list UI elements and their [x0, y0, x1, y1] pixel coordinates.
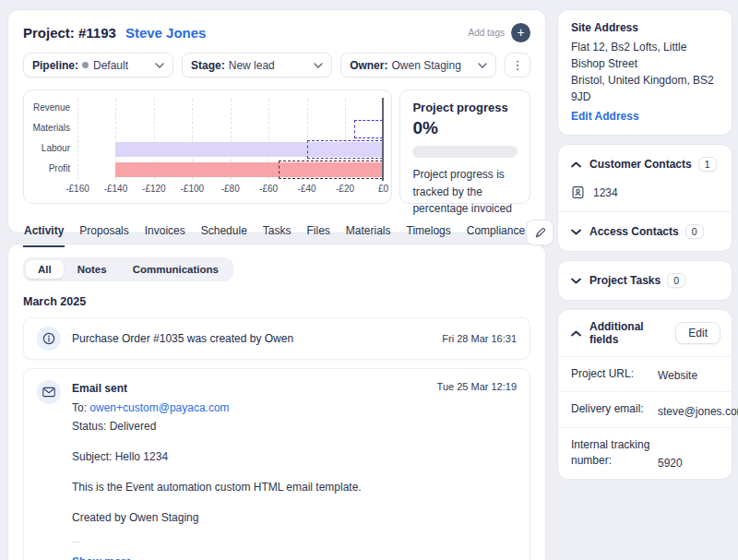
additional-field-row: Project URL:Website	[558, 356, 732, 391]
truncation-marker: ...	[72, 531, 517, 547]
show-more-link[interactable]: Show more	[72, 554, 132, 560]
title-row: Project: #1193 Steve Jones Add tags +	[23, 23, 530, 42]
tab-activity[interactable]: Activity	[23, 219, 65, 247]
dropdown-row: Pipeline: Default Stage: New lead Owner:…	[23, 53, 530, 77]
pipeline-dropdown[interactable]: Pipeline: Default	[23, 53, 173, 77]
tab-timelogs[interactable]: Timelogs	[406, 219, 452, 245]
contact-row[interactable]: 1234	[558, 184, 732, 211]
x-tick-label: -£80	[221, 184, 240, 194]
feed-event-text: Purchase Order #1035 was created by Owen	[72, 332, 293, 345]
additional-fields-label: Additional fields	[589, 320, 675, 346]
bar-materials-estimated	[354, 120, 383, 138]
additional-field-row: Delivery email:steve@jones.com	[558, 391, 732, 426]
chart-category-label: Revenue	[24, 102, 70, 113]
pencil-icon	[533, 226, 547, 240]
customer-contacts-label: Customer Contacts	[589, 158, 692, 171]
feed-timestamp: Tue 25 Mar 12:19	[437, 381, 517, 392]
envelope-icon	[37, 380, 61, 404]
pipeline-status-dot	[82, 62, 89, 68]
additional-field-row: Internal tracking number:5920	[558, 427, 732, 479]
site-address-line1: Flat 12, Bs2 Lofts, Little Bishop Street	[571, 39, 719, 72]
stage-dropdown[interactable]: Stage: New lead	[182, 53, 332, 77]
kebab-menu-button[interactable]: ⋮	[505, 53, 530, 77]
project-tasks-count: 0	[667, 273, 685, 288]
tags-area: Add tags +	[469, 23, 530, 42]
zero-axis-line	[382, 98, 384, 181]
progress-title: Project progress	[412, 101, 518, 114]
project-tabs: ActivityProposalsInvoicesScheduleTasksFi…	[23, 219, 526, 247]
tab-tasks[interactable]: Tasks	[262, 219, 292, 245]
tab-materials[interactable]: Materials	[345, 219, 392, 245]
x-tick-label: -£120	[142, 184, 166, 194]
tab-files[interactable]: Files	[306, 219, 331, 245]
chevron-down-icon	[571, 278, 581, 284]
feed-filter-pills: AllNotesCommunications	[23, 257, 233, 281]
activity-feed-card: AllNotesCommunications March 2025 Purcha…	[7, 244, 546, 560]
edit-button[interactable]	[526, 220, 554, 245]
email-to-line: To: owen+custom@payaca.com	[72, 399, 517, 416]
email-subject-line: Subject: Hello 1234	[72, 448, 517, 465]
x-tick-label: £0	[378, 184, 388, 194]
tab-invoices[interactable]: Invoices	[144, 219, 186, 245]
field-label: Project URL:	[571, 366, 658, 382]
add-tag-button[interactable]: +	[511, 23, 530, 42]
gridline	[77, 99, 78, 180]
customer-contacts-header[interactable]: Customer Contacts 1	[558, 145, 732, 184]
project-tasks-header[interactable]: Project Tasks 0	[558, 261, 732, 300]
access-contacts-header[interactable]: Access Contacts 0	[558, 212, 732, 251]
financials-chart: RevenueMaterialsLabourProfit -£160-£140-…	[23, 89, 392, 204]
edit-fields-button[interactable]: Edit	[675, 322, 720, 344]
progress-bar	[412, 146, 518, 158]
page-title: Project: #1193	[23, 25, 116, 41]
chart-category-label: Materials	[24, 123, 70, 133]
contacts-card: Customer Contacts 1 1234 Access Contacts…	[557, 144, 732, 252]
contact-card-icon	[571, 185, 585, 199]
chevron-down-icon	[571, 229, 581, 235]
filter-pill-all[interactable]: All	[26, 260, 64, 279]
project-tasks-label: Project Tasks	[589, 274, 661, 287]
chevron-up-icon	[571, 330, 581, 337]
chart-plot-area	[77, 99, 383, 180]
owner-dropdown[interactable]: Owner: Owen Staging	[340, 53, 496, 77]
project-header-card: Project: #1193 Steve Jones Add tags + Pi…	[7, 9, 546, 233]
x-tick-label: -£60	[259, 184, 278, 194]
add-tags-label: Add tags	[469, 28, 505, 38]
stage-value: New lead	[229, 59, 275, 72]
filter-pill-notes[interactable]: Notes	[65, 260, 119, 279]
panels-row: RevenueMaterialsLabourProfit -£160-£140-…	[23, 89, 530, 204]
main-column: Project: #1193 Steve Jones Add tags + Pi…	[7, 9, 546, 560]
access-contacts-label: Access Contacts	[589, 225, 679, 238]
feed-list: Purchase Order #1035 was created by Owen…	[23, 317, 530, 560]
email-recipient-link[interactable]: owen+custom@payaca.com	[89, 401, 229, 414]
owner-value: Owen Staging	[391, 59, 460, 72]
customer-contacts-count: 1	[698, 157, 717, 172]
x-tick-label: -£100	[180, 184, 204, 194]
field-value-link[interactable]: Website	[658, 369, 697, 382]
site-address-card: Site Address Flat 12, Bs2 Lofts, Little …	[557, 9, 732, 136]
field-value-link[interactable]: steve@jones.com	[658, 405, 738, 418]
customer-link[interactable]: Steve Jones	[125, 25, 207, 41]
stage-label: Stage:	[191, 59, 225, 72]
filter-pill-communications[interactable]: Communications	[121, 260, 231, 279]
field-label: Delivery email:	[571, 401, 658, 417]
chevron-down-icon	[314, 63, 323, 68]
contact-number: 1234	[593, 186, 618, 199]
feed-event-item: Purchase Order #1035 was created by Owen…	[23, 317, 530, 360]
chevron-down-icon	[155, 63, 164, 68]
right-sidebar: Site Address Flat 12, Bs2 Lofts, Little …	[557, 9, 732, 488]
tab-compliance[interactable]: Compliance	[466, 219, 526, 245]
project-tasks-card: Project Tasks 0	[557, 260, 732, 301]
email-footer-line: Created by Owen Staging	[72, 509, 517, 526]
x-tick-label: -£20	[336, 184, 354, 194]
x-tick-label: -£140	[104, 184, 128, 194]
x-tick-label: -£160	[65, 184, 89, 194]
tab-schedule[interactable]: Schedule	[200, 219, 248, 245]
chart-x-axis: -£160-£140-£120-£100-£80-£60-£40-£20£0	[77, 184, 383, 197]
chevron-down-icon	[478, 63, 487, 68]
tabs-row: ActivityProposalsInvoicesScheduleTasksFi…	[23, 215, 530, 250]
edit-address-link[interactable]: Edit Address	[571, 110, 639, 123]
additional-fields-header[interactable]: Additional fields Edit	[558, 310, 732, 356]
tab-proposals[interactable]: Proposals	[78, 219, 129, 245]
access-contacts-count: 0	[685, 224, 704, 239]
x-tick-label: -£40	[298, 184, 316, 194]
